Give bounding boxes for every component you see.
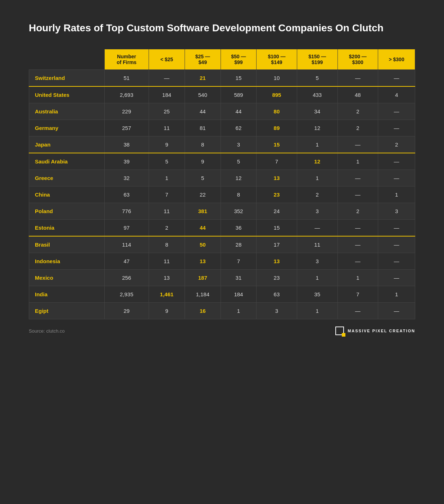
cell-50to99: 352 bbox=[221, 203, 256, 220]
cell-100to149: 13 bbox=[257, 253, 297, 270]
cell-country: Egipt bbox=[29, 303, 105, 319]
cell-200to300: — bbox=[337, 70, 378, 87]
header-200to300: $200 —$300 bbox=[337, 49, 378, 70]
cell-country: Germany bbox=[29, 120, 105, 136]
cell-200to300: — bbox=[337, 303, 378, 319]
cell-25to49: 22 bbox=[185, 186, 221, 203]
cell-25to49: 187 bbox=[185, 270, 221, 286]
cell-200to300: 2 bbox=[337, 103, 378, 120]
cell-200to300: 2 bbox=[337, 120, 378, 136]
cell-gt300: 1 bbox=[378, 286, 415, 303]
cell-lt25: 1,461 bbox=[149, 286, 185, 303]
source-text: Source: clutch.co bbox=[29, 328, 65, 334]
cell-50to99: 7 bbox=[221, 253, 256, 270]
table-row: Poland7761138135224323 bbox=[29, 203, 415, 220]
cell-100to149: 7 bbox=[257, 153, 297, 170]
cell-50to99: 8 bbox=[221, 186, 256, 203]
cell-50to99: 15 bbox=[221, 70, 256, 87]
cell-100to149: 63 bbox=[257, 286, 297, 303]
cell-firms: 63 bbox=[104, 186, 149, 203]
table-row: Estonia972443615——— bbox=[29, 220, 415, 237]
cell-firms: 97 bbox=[104, 220, 149, 237]
cell-country: Mexico bbox=[29, 270, 105, 286]
cell-firms: 47 bbox=[104, 253, 149, 270]
cell-100to149: 13 bbox=[257, 170, 297, 186]
cell-100to149: 24 bbox=[257, 203, 297, 220]
cell-150to199: — bbox=[297, 220, 337, 237]
cell-100to149: 15 bbox=[257, 136, 297, 153]
cell-lt25: 9 bbox=[149, 136, 185, 153]
cell-150to199: 12 bbox=[297, 120, 337, 136]
cell-lt25: 8 bbox=[149, 236, 185, 253]
logo-area: MASSIVE PIXEL CREATION bbox=[335, 327, 415, 335]
cell-firms: 2,693 bbox=[104, 86, 149, 103]
table-row: Mexico25613187312311— bbox=[29, 270, 415, 286]
table-row: China637228232—1 bbox=[29, 186, 415, 203]
cell-lt25: 11 bbox=[149, 203, 185, 220]
header-lt25: < $25 bbox=[149, 49, 185, 70]
cell-25to49: 381 bbox=[185, 203, 221, 220]
cell-50to99: 1 bbox=[221, 303, 256, 319]
cell-25to49: 16 bbox=[185, 303, 221, 319]
footer: Source: clutch.co MASSIVE PIXEL CREATION bbox=[29, 327, 415, 335]
cell-lt25: 1 bbox=[149, 170, 185, 186]
table-row: Indonesia4711137133—— bbox=[29, 253, 415, 270]
cell-50to99: 12 bbox=[221, 170, 256, 186]
cell-country: Poland bbox=[29, 203, 105, 220]
cell-100to149: 3 bbox=[257, 303, 297, 319]
cell-gt300: — bbox=[378, 103, 415, 120]
header-100to149: $100 —$149 bbox=[257, 49, 297, 70]
cell-150to199: 3 bbox=[297, 253, 337, 270]
cell-200to300: 2 bbox=[337, 203, 378, 220]
cell-country: Greece bbox=[29, 170, 105, 186]
cell-country: Switzerland bbox=[29, 70, 105, 87]
cell-firms: 38 bbox=[104, 136, 149, 153]
cell-150to199: 3 bbox=[297, 203, 337, 220]
header-150to199: $150 —$199 bbox=[297, 49, 337, 70]
cell-country: India bbox=[29, 286, 105, 303]
cell-50to99: 5 bbox=[221, 153, 256, 170]
cell-gt300: 4 bbox=[378, 86, 415, 103]
cell-firms: 256 bbox=[104, 270, 149, 286]
cell-gt300: 2 bbox=[378, 136, 415, 153]
header-50to99: $50 —$99 bbox=[221, 49, 256, 70]
cell-100to149: 80 bbox=[257, 103, 297, 120]
cell-gt300: — bbox=[378, 70, 415, 87]
header-firms: Numberof Firms bbox=[104, 49, 149, 70]
cell-gt300: — bbox=[378, 220, 415, 237]
cell-country: United States bbox=[29, 86, 105, 103]
page-title: Hourly Rates of Top Custom Software Deve… bbox=[29, 22, 415, 35]
cell-lt25: 5 bbox=[149, 153, 185, 170]
cell-150to199: 35 bbox=[297, 286, 337, 303]
table-header-row: Numberof Firms < $25 $25 —$49 $50 —$99 $… bbox=[29, 49, 415, 70]
cell-gt300: — bbox=[378, 253, 415, 270]
cell-50to99: 3 bbox=[221, 136, 256, 153]
cell-lt25: 11 bbox=[149, 253, 185, 270]
cell-lt25: 13 bbox=[149, 270, 185, 286]
cell-100to149: 895 bbox=[257, 86, 297, 103]
cell-25to49: 540 bbox=[185, 86, 221, 103]
cell-25to49: 81 bbox=[185, 120, 221, 136]
cell-50to99: 28 bbox=[221, 236, 256, 253]
cell-country: Brasil bbox=[29, 236, 105, 253]
table-row: Brasil114850281711—— bbox=[29, 236, 415, 253]
logo-text: MASSIVE PIXEL CREATION bbox=[348, 329, 415, 333]
cell-100to149: 10 bbox=[257, 70, 297, 87]
cell-lt25: 2 bbox=[149, 220, 185, 237]
cell-lt25: 25 bbox=[149, 103, 185, 120]
cell-150to199: 11 bbox=[297, 236, 337, 253]
cell-gt300: — bbox=[378, 120, 415, 136]
cell-200to300: — bbox=[337, 236, 378, 253]
cell-50to99: 62 bbox=[221, 120, 256, 136]
cell-25to49: 13 bbox=[185, 253, 221, 270]
cell-50to99: 31 bbox=[221, 270, 256, 286]
cell-firms: 51 bbox=[104, 70, 149, 87]
cell-200to300: — bbox=[337, 186, 378, 203]
cell-150to199: 2 bbox=[297, 186, 337, 203]
cell-100to149: 17 bbox=[257, 236, 297, 253]
cell-150to199: 1 bbox=[297, 170, 337, 186]
cell-country: Indonesia bbox=[29, 253, 105, 270]
cell-50to99: 184 bbox=[221, 286, 256, 303]
cell-firms: 2,935 bbox=[104, 286, 149, 303]
cell-firms: 776 bbox=[104, 203, 149, 220]
